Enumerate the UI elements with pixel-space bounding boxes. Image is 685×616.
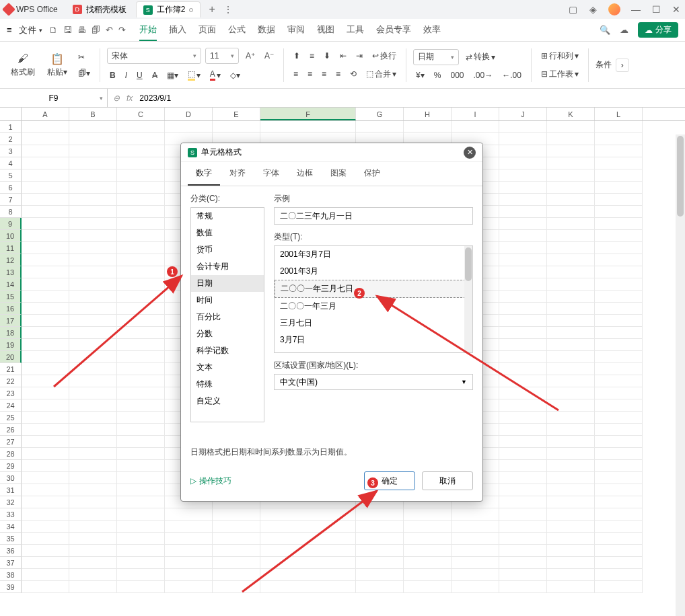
tab-template[interactable]: D 找稻壳模板 <box>66 1 133 17</box>
row-header-17[interactable]: 17 <box>0 315 22 327</box>
cell-K14[interactable] <box>547 278 595 291</box>
cell-A2[interactable] <box>22 133 69 145</box>
cell-K30[interactable] <box>547 472 595 484</box>
cell-C35[interactable] <box>117 533 165 545</box>
cell-B15[interactable] <box>69 291 117 303</box>
cell-K35[interactable] <box>547 533 595 545</box>
row-header-12[interactable]: 12 <box>0 254 22 266</box>
cell-K5[interactable] <box>547 169 595 182</box>
format-painter-button[interactable]: 🖌 格式刷 <box>7 49 39 81</box>
cell-L12[interactable] <box>595 254 643 266</box>
cell-A12[interactable] <box>22 254 69 266</box>
type-item-3[interactable]: 二〇〇一年三月 <box>275 298 472 315</box>
cell-C16[interactable] <box>117 303 165 315</box>
font-size-select[interactable]: 11▾ <box>205 48 239 64</box>
font-name-select[interactable]: 宋体▾ <box>107 48 201 64</box>
cell-C23[interactable] <box>117 387 165 399</box>
cell-L10[interactable] <box>595 230 643 242</box>
dialog-tab-protect[interactable]: 保护 <box>356 162 388 186</box>
tab-workbook[interactable]: S 工作簿2 <box>136 1 201 17</box>
cell-J10[interactable] <box>499 230 547 242</box>
percent-button[interactable]: % <box>431 69 444 81</box>
row-header-31[interactable]: 31 <box>0 484 22 496</box>
cell-J34[interactable] <box>499 521 547 533</box>
cell-L36[interactable] <box>595 545 643 557</box>
cell-L11[interactable] <box>595 242 643 254</box>
cell-L34[interactable] <box>595 521 643 533</box>
cell-C31[interactable] <box>117 484 165 496</box>
row-header-6[interactable]: 6 <box>0 182 22 194</box>
clear-format-button[interactable]: ◇▾ <box>227 69 243 81</box>
minimize-button[interactable]: — <box>631 5 641 14</box>
cell-I36[interactable] <box>452 545 499 557</box>
type-item-4[interactable]: 三月七日 <box>275 315 472 332</box>
align-right-button[interactable]: ≡ <box>319 68 329 80</box>
cell-C34[interactable] <box>117 521 165 533</box>
cell-B22[interactable] <box>69 375 117 387</box>
col-header-F[interactable]: F <box>260 108 356 120</box>
cell-B12[interactable] <box>69 254 117 266</box>
category-item-10[interactable]: 特殊 <box>191 376 264 393</box>
cell-C11[interactable] <box>117 242 165 254</box>
cell-J22[interactable] <box>499 375 547 387</box>
row-header-2[interactable]: 2 <box>0 133 22 145</box>
cell-B5[interactable] <box>69 169 117 182</box>
cell-L21[interactable] <box>595 363 643 375</box>
row-header-37[interactable]: 37 <box>0 557 22 569</box>
row-header-5[interactable]: 5 <box>0 169 22 182</box>
cell-L18[interactable] <box>595 327 643 339</box>
cell-A32[interactable] <box>22 496 69 508</box>
wrap-button[interactable]: ↩ 换行 <box>369 49 399 63</box>
dec-decrease-button[interactable]: ←.00 <box>499 69 524 81</box>
row-header-1[interactable]: 1 <box>0 121 22 133</box>
cell-K28[interactable] <box>547 448 595 460</box>
cell-G37[interactable] <box>356 557 404 569</box>
type-item-6[interactable]: 星期三 <box>275 348 472 353</box>
row-header-27[interactable]: 27 <box>0 436 22 448</box>
cell-B7[interactable] <box>69 194 117 206</box>
col-header-J[interactable]: J <box>499 108 547 120</box>
cell-A30[interactable] <box>22 472 69 484</box>
cell-C18[interactable] <box>117 327 165 339</box>
cell-J35[interactable] <box>499 533 547 545</box>
ribbon-tab-review[interactable]: 审阅 <box>287 20 305 41</box>
cell-L7[interactable] <box>595 194 643 206</box>
cell-J19[interactable] <box>499 339 547 351</box>
cell-J26[interactable] <box>499 424 547 436</box>
cell-C29[interactable] <box>117 460 165 472</box>
cell-G33[interactable] <box>356 508 404 521</box>
redo-icon[interactable]: ↷ <box>118 25 126 35</box>
cell-L39[interactable] <box>595 581 643 593</box>
cell-I34[interactable] <box>452 521 499 533</box>
cell-L1[interactable] <box>595 121 643 133</box>
cell-A3[interactable] <box>22 145 69 157</box>
category-item-7[interactable]: 分数 <box>191 325 264 342</box>
cell-C38[interactable] <box>117 569 165 581</box>
cell-C4[interactable] <box>117 157 165 169</box>
cell-K4[interactable] <box>547 157 595 169</box>
cell-J30[interactable] <box>499 472 547 484</box>
increase-font-button[interactable]: A⁺ <box>243 50 258 62</box>
cell-H38[interactable] <box>404 569 452 581</box>
cell-D36[interactable] <box>165 545 213 557</box>
cell-L2[interactable] <box>595 133 643 145</box>
cell-I39[interactable] <box>452 581 499 593</box>
cell-B35[interactable] <box>69 533 117 545</box>
cell-K21[interactable] <box>547 363 595 375</box>
cell-C27[interactable] <box>117 436 165 448</box>
cell-J12[interactable] <box>499 254 547 266</box>
paste-button[interactable]: 📋 粘贴▾ <box>43 49 71 81</box>
cell-L14[interactable] <box>595 278 643 291</box>
cell-I33[interactable] <box>452 508 499 521</box>
cell-J38[interactable] <box>499 569 547 581</box>
cell-J39[interactable] <box>499 581 547 593</box>
cell-C25[interactable] <box>117 412 165 424</box>
cell-L15[interactable] <box>595 291 643 303</box>
category-item-9[interactable]: 文本 <box>191 359 264 376</box>
cell-A8[interactable] <box>22 206 69 218</box>
cell-K7[interactable] <box>547 194 595 206</box>
dialog-tab-number[interactable]: 数字 <box>188 162 220 186</box>
cell-L31[interactable] <box>595 484 643 496</box>
ribbon-tab-vip[interactable]: 会员专享 <box>376 20 411 41</box>
cell-J25[interactable] <box>499 412 547 424</box>
